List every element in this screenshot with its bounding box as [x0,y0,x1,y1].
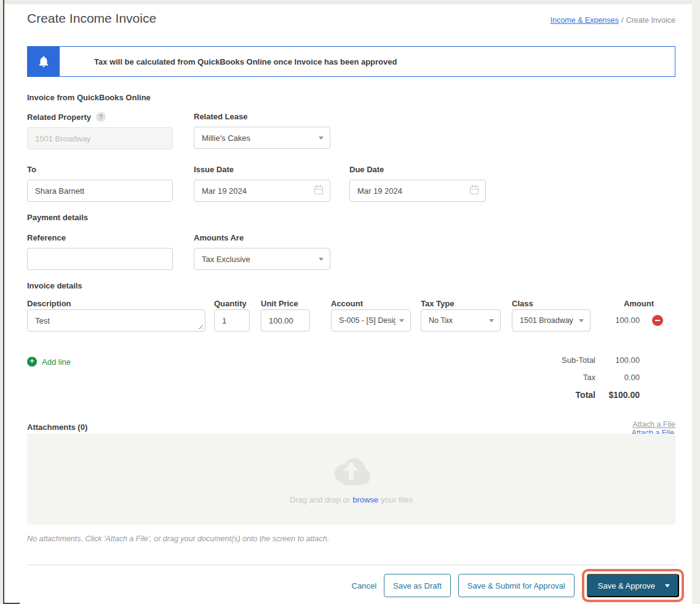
save-approve-button[interactable]: Save & Approve [587,574,679,597]
col-header-tax-type: Tax Type [421,299,454,308]
issue-date-label: Issue Date [194,165,330,174]
chevron-down-icon [489,319,494,322]
subtotal-row: Sub-Total 100.00 [0,356,700,368]
related-property-field: Related Property ? 1501 Broadway [27,112,173,149]
page-title: Create Income Invoice [27,11,156,26]
section-payment-details: Payment details [27,213,88,222]
bell-icon [28,47,60,76]
browse-link[interactable]: browse [352,495,378,504]
due-date-field: Due Date Mar 19 2024 [349,165,486,202]
amounts-are-select[interactable]: Tax Exclusive [194,248,330,270]
tax-type-select[interactable]: No Tax [421,309,501,332]
chevron-down-icon [579,319,584,322]
help-icon[interactable]: ? [96,112,106,122]
chevron-down-icon [319,258,324,261]
save-approve-highlight: Save & Approve [582,569,684,602]
amounts-are-label: Amounts Are [194,233,330,242]
footer-divider [27,565,675,565]
col-header-account: Account [331,299,363,308]
resize-grip-icon[interactable] [197,324,203,329]
breadcrumb-separator: / [621,16,623,25]
to-input[interactable]: Shara Barnett [27,180,173,202]
chevron-down-icon [665,584,670,587]
tax-notice-banner: Tax will be calculated from QuickBooks O… [27,46,675,77]
col-header-unit-price: Unit Price [261,299,298,308]
related-property-input: 1501 Broadway [27,127,173,149]
footer-actions: Cancel Save as Draft Save & Submit for A… [352,569,684,602]
reference-input[interactable] [27,248,173,270]
calendar-icon[interactable] [470,186,479,194]
dropzone-text: Drag and drop or browse your files [290,495,413,504]
quantity-input[interactable]: 1 [214,309,250,332]
file-dropzone[interactable]: Drag and drop or browse your files [27,434,675,525]
reference-label: Reference [27,233,173,242]
cloud-upload-icon [331,455,372,487]
line-amount: 100.00 [615,316,640,325]
account-select[interactable]: S-005 - [S] Design [331,309,411,332]
attachments-title: Attachments (0) [27,423,87,432]
issue-date-input[interactable]: Mar 19 2024 [194,180,330,202]
col-header-class: Class [512,299,533,308]
related-lease-select[interactable]: Millie's Cakes [194,127,330,149]
reference-field: Reference [27,233,173,270]
chevron-down-icon [319,137,324,140]
page-top-gutter [0,0,700,4]
col-header-quantity: Quantity [214,299,247,308]
due-date-input[interactable]: Mar 19 2024 [349,180,486,202]
breadcrumb-income-expenses-link[interactable]: Income & Expenses [551,16,619,25]
related-property-label: Related Property ? [27,112,173,122]
due-date-label: Due Date [349,165,486,174]
section-invoice-details: Invoice details [27,281,82,290]
chevron-down-icon [399,319,404,322]
breadcrumb: Income & Expenses/Create Invoice [551,16,675,25]
unit-price-input[interactable]: 100.00 [261,309,310,332]
to-label: To [27,165,173,174]
remove-line-icon[interactable] [652,315,663,326]
no-attachments-note: No attachments. Click 'Attach a File', o… [27,534,329,543]
to-field: To Shara Barnett [27,165,173,202]
col-header-description: Description [27,299,71,308]
attach-a-file-link[interactable]: Attach a File [633,420,675,429]
banner-message: Tax will be calculated from QuickBooks O… [60,47,397,76]
description-textarea[interactable]: Test [27,309,205,332]
related-lease-field: Related Lease Millie's Cakes [194,112,330,149]
issue-date-field: Issue Date Mar 19 2024 [194,165,330,202]
cancel-button[interactable]: Cancel [352,581,376,590]
section-invoice-from: Invoice from QuickBooks Online [27,93,151,102]
col-header-amount: Amount [624,299,654,308]
class-select[interactable]: 1501 Broadway [512,309,591,332]
calendar-icon[interactable] [314,186,323,194]
page-right-gutter [692,0,700,604]
create-income-invoice-page: Create Income Invoice Income & Expenses/… [0,0,700,604]
breadcrumb-current: Create Invoice [626,16,675,25]
amounts-are-field: Amounts Are Tax Exclusive [194,233,330,270]
related-lease-label: Related Lease [194,112,330,121]
panel-left-border [3,0,4,604]
tax-row: Tax 0.00 [0,373,700,385]
save-as-draft-button[interactable]: Save as Draft [384,574,451,597]
save-submit-approval-button[interactable]: Save & Submit for Approval [458,574,575,597]
total-row: Total $100.00 [0,390,700,402]
